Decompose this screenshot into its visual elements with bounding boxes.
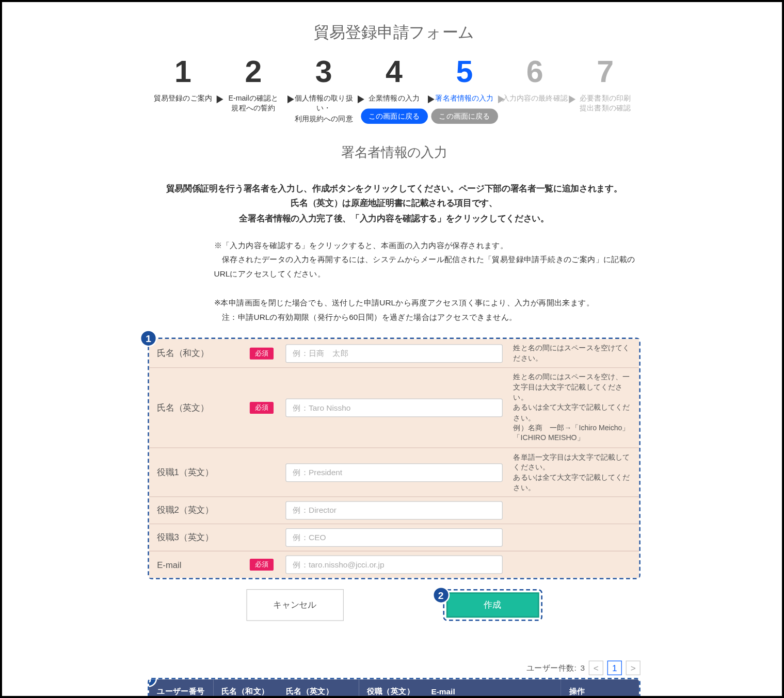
field-label: 氏名（和文） <box>157 347 209 359</box>
cancel-button[interactable]: キャンセル <box>246 589 344 621</box>
table-header: E-mail <box>423 679 561 698</box>
step-2: 2 <box>218 56 289 87</box>
step-label: 署名者情報の入力 <box>429 93 500 104</box>
step-5: 5 <box>429 56 500 87</box>
text-input[interactable] <box>285 528 503 547</box>
step-number: 7 <box>597 56 614 87</box>
step-number: 1 <box>174 56 191 87</box>
step-return-button: この画面に戻る <box>431 109 498 124</box>
step-label-group-7: 必要書類の印刷提出書類の確認 <box>570 93 640 124</box>
form-label-cell: 役職1（英文） <box>149 460 282 485</box>
form-label-cell: 氏名（和文）必須 <box>149 340 282 366</box>
field-help: 姓と名の間にはスペースを空け、一文字目は大文字で記載してください。あるいは全て大… <box>507 368 639 448</box>
field-label: 氏名（英文） <box>157 402 209 414</box>
field-help <box>507 561 639 569</box>
step-1: 1 <box>148 56 218 87</box>
form-row: 役職1（英文）各単語一文字目は大文字で記載してください。あるいは全て大文字で記載… <box>149 448 639 497</box>
pager-prev[interactable]: < <box>589 661 603 675</box>
step-label-group-1: 貿易登録のご案内 <box>148 93 218 124</box>
step-label: 貿易登録のご案内 <box>148 93 218 104</box>
step-number: 2 <box>245 56 262 87</box>
stepper-labels: 貿易登録のご案内E-mailの確認と規程への誓約個人情報の取り扱い・利用規約への… <box>148 93 641 124</box>
user-count-label: ユーザー件数: <box>526 662 577 674</box>
required-badge: 必須 <box>250 347 274 359</box>
step-label: 必要書類の印刷提出書類の確認 <box>570 93 640 113</box>
callout-2: 2 <box>432 587 449 604</box>
field-label: 役職2（英文） <box>157 505 213 516</box>
form-row: E-mail必須 <box>149 551 639 578</box>
step-number: 3 <box>315 56 332 87</box>
step-number: 6 <box>526 56 543 87</box>
stepper: 1234567 <box>148 56 641 87</box>
section-title: 署名者情報の入力 <box>148 144 641 162</box>
field-help <box>507 507 639 514</box>
form-label-cell: 役職2（英文） <box>149 498 282 523</box>
field-label: E-mail <box>157 560 181 570</box>
table-header: 氏名（和文） <box>214 679 278 698</box>
step-label: E-mailの確認と規程への誓約 <box>218 93 289 113</box>
step-3: 3 <box>289 56 359 87</box>
step-label-group-6: 入力内容の最終確認 <box>500 93 570 124</box>
field-help: 各単語一文字目は大文字で記載してください。あるいは全て大文字で記載してください。 <box>507 448 639 496</box>
step-label-group-3: 個人情報の取り扱い・利用規約への同意 <box>289 93 359 124</box>
step-label-group-2: E-mailの確認と規程への誓約 <box>218 93 289 124</box>
step-number: 5 <box>456 56 473 87</box>
pager-page-1[interactable]: 1 <box>607 661 622 675</box>
form-row: 氏名（英文）必須姓と名の間にはスペースを空け、一文字目は大文字で記載してください… <box>149 368 639 448</box>
step-label-group-5: 署名者情報の入力この画面に戻る <box>429 93 500 124</box>
table-header: 操作 <box>561 679 639 698</box>
form-row: 役職3（英文） <box>149 525 639 552</box>
pager-top: ユーザー件数:3 < 1 > <box>148 661 641 675</box>
signer-form: 1 氏名（和文）必須姓と名の間にはスペースを空けてください。氏名（英文）必須姓と… <box>148 338 641 579</box>
form-row: 氏名（和文）必須姓と名の間にはスペースを空けてください。 <box>149 339 639 368</box>
text-input[interactable] <box>285 398 503 417</box>
text-input[interactable] <box>285 344 503 363</box>
required-badge: 必須 <box>250 559 274 571</box>
step-6: 6 <box>500 56 570 87</box>
signer-table: ユーザー番号氏名（和文）氏名（英文）役職（英文）E-mail操作 00001名商… <box>149 679 639 698</box>
create-button[interactable]: 作成 <box>446 593 539 618</box>
step-label: 企業情報の入力 <box>359 93 429 104</box>
form-row: 役職2（英文） <box>149 497 639 525</box>
step-label-group-4: 企業情報の入力この画面に戻る <box>359 93 429 124</box>
text-input[interactable] <box>285 463 503 482</box>
field-help <box>507 534 639 542</box>
field-label: 役職3（英文） <box>157 532 213 544</box>
text-input[interactable] <box>285 501 503 520</box>
signer-table-box: 3 ユーザー番号氏名（和文）氏名（英文）役職（英文）E-mail操作 00001… <box>148 678 641 698</box>
field-help: 姓と名の間にはスペースを空けてください。 <box>507 339 639 367</box>
user-count: 3 <box>580 663 585 673</box>
table-header: ユーザー番号 <box>149 679 214 698</box>
step-7: 7 <box>570 56 640 87</box>
step-return-button[interactable]: この画面に戻る <box>361 109 428 124</box>
form-label-cell: 氏名（英文）必須 <box>149 395 282 420</box>
form-label-cell: 役職3（英文） <box>149 525 282 550</box>
step-4: 4 <box>359 56 429 87</box>
instructions: 貿易関係証明を行う署名者を入力し、作成ボタンをクリックしてください。ページ下部の… <box>148 182 641 225</box>
table-header: 氏名（英文） <box>278 679 359 698</box>
step-label: 入力内容の最終確認 <box>500 93 570 104</box>
field-label: 役職1（英文） <box>157 466 213 478</box>
page-title: 貿易登録申請フォーム <box>148 22 641 43</box>
step-number: 4 <box>386 56 403 87</box>
required-badge: 必須 <box>250 402 274 414</box>
notes: ※「入力内容を確認する」をクリックすると、本画面の入力内容が保存されます。 保存… <box>214 239 641 324</box>
pager-next[interactable]: > <box>626 661 641 675</box>
text-input[interactable] <box>285 556 503 574</box>
step-label: 個人情報の取り扱い・利用規約への同意 <box>289 93 359 124</box>
form-label-cell: E-mail必須 <box>149 553 282 578</box>
table-header: 役職（英文） <box>359 679 423 698</box>
